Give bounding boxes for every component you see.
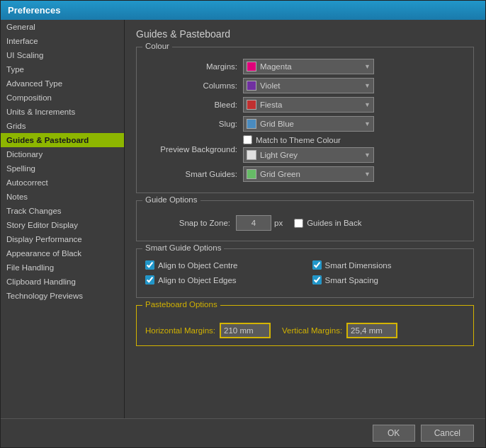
guide-options-legend: Guide Options [142, 195, 200, 204]
sidebar-item-appearance-black[interactable]: Appearance of Black [1, 246, 124, 260]
cancel-button[interactable]: Cancel [421, 425, 474, 442]
vertical-margins-field: Vertical Margins: [282, 323, 397, 338]
columns-select[interactable]: Violet ▼ [243, 78, 374, 93]
sidebar-item-interface[interactable]: Interface [1, 34, 124, 48]
preview-bg-swatch [247, 150, 256, 160]
guides-in-back-label: Guides in Back [307, 219, 361, 227]
smart-guides-colour-label: Smart Guides: [145, 170, 237, 178]
sidebar-item-dictionary[interactable]: Dictionary [1, 147, 124, 161]
sidebar-item-clipboard-handling[interactable]: Clipboard Handling [1, 275, 124, 289]
match-theme-label: Match to Theme Colour [256, 136, 341, 144]
sidebar-item-autocorrect[interactable]: Autocorrect [1, 176, 124, 190]
align-edges-row: Align to Object Edges [145, 275, 298, 285]
smart-dimensions-checkbox[interactable] [312, 260, 322, 270]
slug-arrow-icon: ▼ [364, 120, 371, 127]
snap-unit-label: px [274, 219, 283, 227]
colour-section: Colour Margins: Magenta ▼ Columns: [136, 47, 474, 193]
align-edges-label: Align to Object Edges [158, 276, 237, 285]
sidebar-item-grids[interactable]: Grids [1, 119, 124, 133]
smart-guides-arrow-icon: ▼ [364, 171, 371, 178]
preferences-dialog: Preferences General Interface UI Scaling… [0, 0, 486, 448]
bleed-arrow-icon: ▼ [364, 101, 371, 108]
align-centre-label: Align to Object Centre [158, 261, 238, 270]
margins-swatch [247, 62, 256, 71]
horizontal-margins-input[interactable] [220, 323, 271, 338]
sidebar-item-type[interactable]: Type [1, 62, 124, 76]
align-centre-row: Align to Object Centre [145, 260, 298, 270]
columns-row: Columns: Violet ▼ [145, 78, 465, 93]
slug-swatch [247, 119, 256, 129]
margins-arrow-icon: ▼ [364, 63, 371, 70]
align-edges-checkbox[interactable] [145, 275, 154, 285]
dialog-body: General Interface UI Scaling Type Advanc… [1, 20, 485, 418]
snap-zone-row: Snap to Zone: px Guides in Back [145, 209, 465, 231]
columns-arrow-icon: ▼ [364, 82, 371, 89]
columns-value: Violet [260, 81, 363, 90]
margins-select[interactable]: Magenta ▼ [243, 59, 374, 74]
smart-dimensions-label: Smart Dimensions [325, 261, 392, 270]
dialog-footer: OK Cancel [1, 418, 485, 447]
preview-bg-select[interactable]: Light Grey ▼ [243, 147, 374, 163]
margins-value: Magenta [260, 62, 363, 71]
horizontal-margins-label: Horizontal Margins: [145, 326, 215, 335]
colour-legend: Colour [142, 42, 172, 50]
preview-bg-row: Preview Background: Match to Theme Colou… [145, 135, 465, 163]
columns-swatch [247, 81, 256, 91]
slug-select[interactable]: Grid Blue ▼ [243, 116, 374, 132]
margins-row: Margins: Magenta ▼ [145, 59, 465, 74]
sidebar-item-composition[interactable]: Composition [1, 91, 124, 105]
smart-spacing-row: Smart Spacing [312, 275, 465, 285]
sidebar: General Interface UI Scaling Type Advanc… [1, 20, 125, 418]
smart-guides-colour-row: Smart Guides: Grid Green ▼ [145, 166, 465, 182]
smart-guides-swatch [247, 169, 256, 179]
vertical-margins-label: Vertical Margins: [282, 326, 342, 335]
guide-options-section: Guide Options Snap to Zone: px Guides in… [136, 200, 474, 241]
bleed-label: Bleed: [145, 100, 237, 109]
sidebar-item-units-increments[interactable]: Units & Increments [1, 105, 124, 119]
smart-guide-options-legend: Smart Guide Options [142, 243, 224, 252]
sidebar-item-track-changes[interactable]: Track Changes [1, 204, 124, 218]
smart-spacing-label: Smart Spacing [325, 276, 378, 285]
preview-bg-label: Preview Background: [145, 145, 237, 154]
columns-label: Columns: [145, 81, 237, 90]
smart-guides-value: Grid Green [260, 170, 363, 178]
smart-spacing-checkbox[interactable] [312, 275, 322, 285]
slug-row: Slug: Grid Blue ▼ [145, 116, 465, 132]
title-bar: Preferences [1, 1, 485, 20]
smart-guides-select[interactable]: Grid Green ▼ [243, 166, 374, 182]
bleed-swatch [247, 100, 256, 110]
slug-label: Slug: [145, 120, 237, 128]
align-centre-checkbox[interactable] [145, 260, 154, 270]
bleed-value: Fiesta [260, 100, 363, 109]
preview-bg-arrow-icon: ▼ [364, 151, 371, 159]
pasteboard-options-legend: Pasteboard Options [142, 300, 220, 309]
guides-in-back-checkbox[interactable] [294, 219, 303, 228]
bleed-row: Bleed: Fiesta ▼ [145, 97, 465, 113]
pasteboard-row: Horizontal Margins: Vertical Margins: [145, 317, 465, 338]
sidebar-item-guides-pasteboard[interactable]: Guides & Pasteboard [1, 133, 124, 147]
sidebar-item-spelling[interactable]: Spelling [1, 161, 124, 176]
sidebar-item-technology-previews[interactable]: Technology Previews [1, 289, 124, 303]
preview-bg-value: Light Grey [260, 151, 363, 159]
ok-button[interactable]: OK [373, 425, 415, 442]
sidebar-item-notes[interactable]: Notes [1, 190, 124, 204]
sidebar-item-display-performance[interactable]: Display Performance [1, 232, 124, 246]
margins-label: Margins: [145, 62, 237, 71]
sidebar-item-story-editor[interactable]: Story Editor Display [1, 218, 124, 232]
bleed-select[interactable]: Fiesta ▼ [243, 97, 374, 113]
sidebar-item-general[interactable]: General [1, 20, 124, 34]
sidebar-item-advanced-type[interactable]: Advanced Type [1, 76, 124, 91]
page-title: Guides & Pasteboard [136, 28, 474, 40]
slug-value: Grid Blue [260, 120, 363, 128]
sidebar-item-file-handling[interactable]: File Handling [1, 260, 124, 275]
sidebar-item-ui-scaling[interactable]: UI Scaling [1, 48, 124, 62]
snap-zone-input[interactable] [236, 215, 271, 231]
pasteboard-options-section: Pasteboard Options Horizontal Margins: V… [136, 305, 474, 346]
smart-guide-options-section: Smart Guide Options Align to Object Cent… [136, 248, 474, 298]
vertical-margins-input[interactable] [346, 323, 397, 338]
horizontal-margins-field: Horizontal Margins: [145, 323, 271, 338]
dialog-title: Preferences [8, 5, 60, 16]
main-content: Guides & Pasteboard Colour Margins: Mage… [125, 20, 485, 418]
match-theme-checkbox[interactable] [243, 135, 252, 144]
snap-zone-label: Snap to Zone: [145, 219, 230, 227]
